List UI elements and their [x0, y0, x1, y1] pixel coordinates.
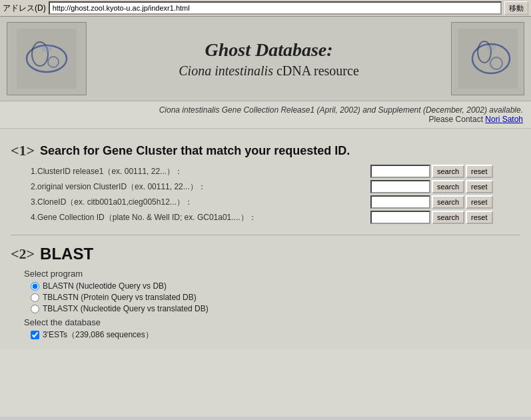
radio-tblastn: TBLASTN (Protein Query vs translated DB) [31, 293, 520, 302]
address-label: アドレス(D) [3, 3, 46, 14]
main-content: <1> Search for Gene Cluster that match y… [0, 129, 531, 349]
section1-header: <1> Search for Gene Cluster that match y… [11, 142, 520, 159]
radio-blastn: BLASTN (Nucleotide Query vs DB) [31, 281, 520, 291]
search-btn-1[interactable]: search [432, 165, 464, 178]
subtitle-italic: Ciona intestinalis [179, 63, 273, 78]
subtitle-rest: cDNA resource [273, 63, 359, 78]
go-button[interactable]: 移動 [504, 1, 528, 15]
search-btn-2[interactable]: search [432, 180, 464, 193]
reset-btn-2[interactable]: reset [466, 180, 492, 193]
reset-btn-1[interactable]: reset [466, 165, 492, 178]
search-row-4: 4.Gene Collection ID（plate No. & Well ID… [31, 211, 520, 224]
announcement: Ciona intestinalis Gene Collection Relea… [0, 101, 531, 129]
search-rows: 1.ClusterID release1（ex. 00111, 22...）： … [31, 165, 520, 224]
select-db-label: Select the database [24, 317, 520, 327]
radio-tblastn-label: TBLASTN (Protein Query vs translated DB) [43, 293, 197, 302]
search-input-3[interactable] [370, 195, 430, 209]
radio-tblastn-input[interactable] [31, 293, 39, 302]
announcement-line1: Ciona intestinalis Gene Collection Relea… [159, 105, 523, 115]
logo-right-image [458, 29, 518, 89]
radio-blastn-input[interactable] [31, 282, 39, 291]
checkbox-ests-input[interactable] [31, 331, 39, 339]
search-row-2-controls: search reset [370, 180, 493, 193]
page-content: Ghost Database: Ciona intestinalis cDNA … [0, 17, 531, 417]
checkbox-ests: 3'ESTs（239,086 sequences） [31, 329, 520, 341]
search-input-2[interactable] [370, 180, 430, 193]
section2-number: <2> [11, 245, 35, 263]
svg-point-9 [486, 45, 496, 50]
search-row-4-label: 4.Gene Collection ID（plate No. & Well ID… [31, 212, 370, 223]
blast-program-group: BLASTN (Nucleotide Query vs DB) TBLASTN … [31, 281, 520, 313]
browser-bar: アドレス(D) 移動 [0, 0, 531, 17]
section2-title: BLAST [40, 245, 93, 263]
radio-blastn-label: BLASTN (Nucleotide Query vs DB) [43, 281, 167, 291]
radio-tblastx-label: TBLASTX (Nucleotide Query vs translated … [43, 304, 209, 313]
search-input-1[interactable] [370, 165, 430, 178]
svg-point-4 [41, 45, 52, 52]
divider [11, 235, 520, 235]
select-program-label: Select program [24, 269, 520, 279]
search-btn-4[interactable]: search [432, 211, 464, 224]
svg-rect-5 [458, 29, 518, 89]
search-row-2-label: 2.original version ClusterID（ex. 00111, … [31, 181, 370, 193]
section1-title: Search for Gene Cluster that match your … [40, 144, 350, 158]
header-title: Ghost Database: Ciona intestinalis cDNA … [87, 39, 451, 79]
main-title: Ghost Database: [93, 39, 444, 61]
svg-rect-0 [17, 29, 77, 89]
search-input-4[interactable] [370, 211, 430, 224]
reset-btn-3[interactable]: reset [466, 195, 492, 209]
subtitle: Ciona intestinalis cDNA resource [93, 63, 444, 79]
contact-link[interactable]: Nori Satoh [485, 115, 523, 124]
section2: <2> BLAST Select program BLASTN (Nucleot… [11, 245, 520, 341]
header-logo-left [7, 22, 87, 95]
search-row-1: 1.ClusterID release1（ex. 00111, 22...）： … [31, 165, 520, 178]
search-row-1-label: 1.ClusterID release1（ex. 00111, 22...）： [31, 166, 370, 177]
reset-btn-4[interactable]: reset [466, 211, 492, 224]
search-btn-3[interactable]: search [432, 195, 464, 209]
logo-left-image [17, 29, 77, 89]
radio-tblastx: TBLASTX (Nucleotide Query vs translated … [31, 304, 520, 313]
radio-tblastx-input[interactable] [31, 305, 39, 313]
search-row-3-label: 3.CloneID（ex. citb001a01,cieg005h12...）： [31, 197, 370, 208]
header: Ghost Database: Ciona intestinalis cDNA … [0, 17, 531, 101]
section1-number: <1> [11, 142, 35, 159]
search-row-4-controls: search reset [370, 211, 493, 224]
blast-db-group: 3'ESTs（239,086 sequences） [31, 329, 520, 341]
search-row-3-controls: search reset [370, 195, 493, 209]
search-row-1-controls: search reset [370, 165, 493, 178]
header-logo-right [451, 22, 524, 95]
search-row-3: 3.CloneID（ex. citb001a01,cieg005h12...）：… [31, 195, 520, 209]
search-row-2: 2.original version ClusterID（ex. 00111, … [31, 180, 520, 193]
announcement-contact: Please Contact [429, 115, 486, 124]
section2-header: <2> BLAST [11, 245, 520, 263]
checkbox-ests-label: 3'ESTs（239,086 sequences） [43, 329, 153, 341]
url-input[interactable] [49, 1, 502, 15]
